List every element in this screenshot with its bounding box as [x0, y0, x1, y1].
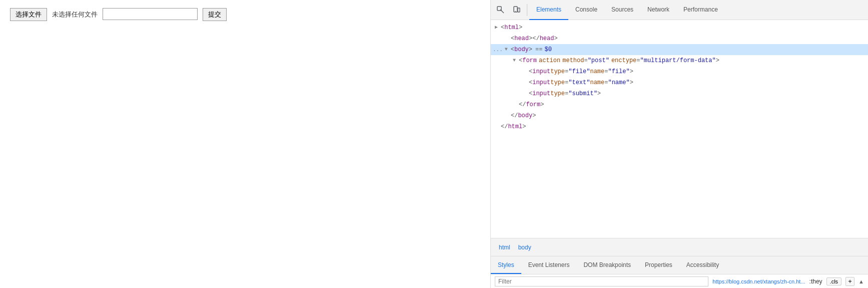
tab-accessibility[interactable]: Accessibility: [679, 256, 726, 274]
breadcrumb-html[interactable]: html: [496, 243, 513, 252]
toggle-html[interactable]: ▶: [495, 23, 501, 33]
submit-button[interactable]: 提交: [203, 8, 227, 21]
bottom-panels: Styles Event Listeners DOM Breakpoints P…: [491, 256, 868, 274]
filter-url: https://blog.csdn.net/xtangs/zh-cn.ht...: [712, 278, 805, 284]
text-input[interactable]: [103, 8, 198, 20]
page-area: 选择文件 未选择任何文件 提交: [0, 0, 490, 288]
devtools-topbar: Elements Console Sources Network Perform…: [491, 0, 868, 20]
inspect-icon-button[interactable]: [493, 2, 509, 18]
devtools-tabs: Elements Console Sources Network Perform…: [529, 0, 725, 20]
tab-console[interactable]: Console: [568, 0, 604, 20]
devtools-panel: Elements Console Sources Network Perform…: [490, 0, 868, 288]
tab-dom-breakpoints[interactable]: DOM Breakpoints: [576, 256, 638, 274]
no-file-label: 未选择任何文件: [52, 8, 98, 21]
tab-sources[interactable]: Sources: [604, 0, 640, 20]
tree-input-submit[interactable]: <input type="submit" >: [491, 88, 868, 99]
tree-head[interactable]: <head></head>: [491, 33, 868, 44]
breadcrumb-body[interactable]: body: [515, 243, 534, 252]
tree-body-close[interactable]: </body>: [491, 110, 868, 121]
tree-input-text[interactable]: <input type="text" name="name" >: [491, 77, 868, 88]
filter-plus-button[interactable]: +: [845, 277, 854, 286]
filter-they: :they: [809, 278, 822, 285]
tab-event-listeners[interactable]: Event Listeners: [521, 256, 577, 274]
svg-point-3: [515, 11, 516, 11]
tree-form-open[interactable]: ▼ <form action method="post" enctype="mu…: [491, 55, 868, 66]
svg-rect-2: [518, 8, 520, 12]
tab-network[interactable]: Network: [640, 0, 676, 20]
tree-body-open[interactable]: ... ▼ <body> == $0: [491, 44, 868, 55]
tree-html-open[interactable]: ▶ <html>: [491, 22, 868, 33]
tree-form-close[interactable]: </form>: [491, 99, 868, 110]
elements-panel: ▶ <html> <head></head> ... ▼ <body> == $…: [491, 20, 868, 238]
toggle-form[interactable]: ▼: [513, 56, 519, 66]
file-choose-button[interactable]: 选择文件: [10, 8, 47, 21]
scroll-up-arrow[interactable]: ▲: [858, 278, 864, 284]
tree-input-file[interactable]: <input type="file" name="file" >: [491, 66, 868, 77]
filter-cls-button[interactable]: .cls: [826, 277, 842, 285]
tab-styles[interactable]: Styles: [491, 256, 521, 274]
tab-performance[interactable]: Performance: [676, 0, 725, 20]
toggle-body[interactable]: ▼: [505, 45, 511, 55]
filter-input[interactable]: [495, 276, 708, 286]
tree-html-close[interactable]: </html>: [491, 121, 868, 132]
device-icon-button[interactable]: [509, 2, 525, 18]
topbar-divider: [527, 4, 527, 16]
tab-properties[interactable]: Properties: [638, 256, 679, 274]
breadcrumb-bar: html body: [491, 238, 868, 256]
filter-bar: https://blog.csdn.net/xtangs/zh-cn.ht...…: [491, 274, 868, 288]
tab-elements[interactable]: Elements: [529, 0, 568, 20]
